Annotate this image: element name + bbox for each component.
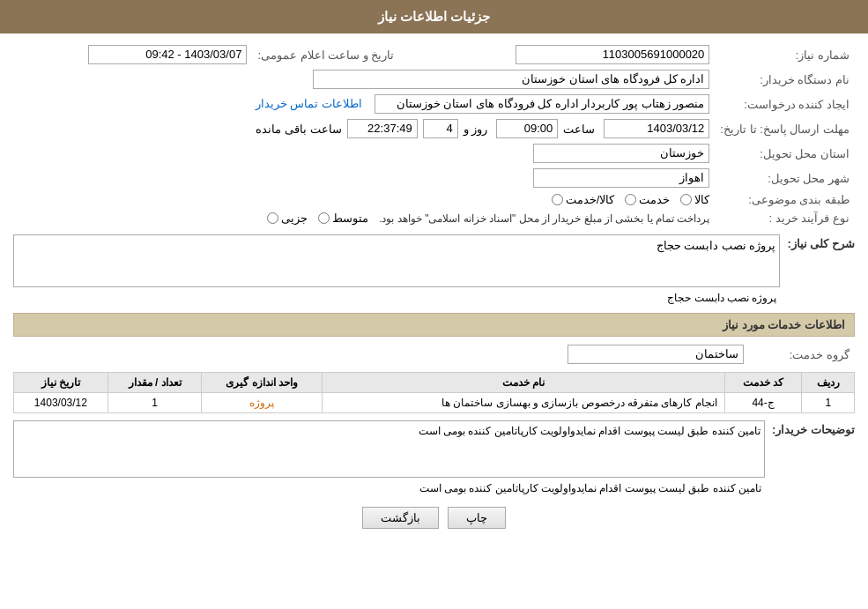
- mohlat-label: مهلت ارسال پاسخ: تا تاریخ:: [715, 116, 855, 141]
- shahr-box: اهواز: [533, 168, 709, 188]
- mohlat-saat-label: ساعت: [563, 123, 595, 136]
- mohlat-date-box: 1403/03/12: [604, 119, 709, 138]
- table-row: 1 ج-44 انجام کارهای متفرقه درخصوص بازساز…: [14, 393, 855, 413]
- radio-kala-khedmat: کالا/خدمت: [552, 193, 615, 206]
- ettelaat-tamas-link[interactable]: اطلاعات تماس خریدار: [256, 97, 362, 110]
- ijad-konande-label: ایجاد کننده درخواست:: [715, 92, 855, 116]
- tabaqe-row: کالا خدمت کالا/خدمت: [13, 190, 715, 209]
- gorohe-khedmat-label: گروه خدمت:: [749, 342, 855, 367]
- sharh-niaz-label: شرح کلی نیاز:: [787, 234, 855, 250]
- tarikh-elam-label: تاریخ و ساعت اعلام عمومی:: [252, 42, 399, 67]
- buttons-row: چاپ بازگشت: [13, 507, 855, 529]
- page-wrapper: جزئیات اطلاعات نیاز شماره نیاز: 11030056…: [0, 0, 868, 609]
- sharh-niaz-container: پروژه نصب دابست حجاج: [13, 234, 780, 306]
- cell-tarikh: 1403/03/12: [14, 393, 108, 413]
- col-tarikh: تاریخ نیاز: [14, 373, 108, 393]
- tousif-display: تامین کننده طبق لیست پیوست اقدام نمایدوا…: [13, 480, 765, 496]
- radio-kala-input[interactable]: [680, 194, 692, 205]
- sharh-niaz-display: پروژه نصب دابست حجاج: [13, 290, 780, 306]
- services-table: ردیف کد خدمت نام خدمت واحد اندازه گیری ت…: [13, 372, 855, 413]
- tarikh-elam-value: 1403/03/07 - 09:42: [13, 42, 252, 67]
- print-button[interactable]: چاپ: [448, 507, 506, 529]
- mohlat-roz-label: روز و: [464, 123, 488, 136]
- ijad-konande-value: منصور زهتاب پور کاربردار اداره کل فرودگا…: [13, 92, 715, 116]
- vahed-link[interactable]: پروژه: [249, 397, 274, 409]
- ostan-value: خوزستان: [13, 141, 715, 166]
- gorohe-khedmat-box: ساختمان: [568, 345, 744, 364]
- ijad-konande-box: منصور زهتاب پور کاربردار اداره کل فرودگا…: [375, 94, 709, 114]
- radio-kala-khedmat-input[interactable]: [552, 194, 563, 205]
- ostan-box: خوزستان: [533, 144, 709, 163]
- col-nam: نام خدمت: [323, 373, 725, 393]
- cell-tedad: 1: [108, 393, 202, 413]
- mohlat-saat-box: 09:00: [496, 119, 558, 138]
- sharh-niaz-textarea[interactable]: [13, 234, 780, 287]
- mottaset-label: متوسط: [332, 212, 368, 225]
- cell-nam: انجام کارهای متفرقه درخصوص بازسازی و بهس…: [323, 393, 725, 413]
- nove-label: نوع فرآیند خرید :: [715, 209, 855, 227]
- mohlat-countdown-box: 22:37:49: [347, 119, 418, 138]
- tousif-container: تامین کننده طبق لیست پیوست اقدام نمایدوا…: [13, 420, 765, 496]
- khadamat-section-title: اطلاعات خدمات مورد نیاز: [13, 313, 855, 337]
- shahr-value: اهواز: [13, 166, 715, 190]
- gorohe-khedmat-table: گروه خدمت: ساختمان: [13, 342, 855, 367]
- gorohe-khedmat-value: ساختمان: [13, 342, 749, 367]
- kala-label: کالا: [694, 193, 709, 206]
- shomara-niaz-value: 1103005691000020: [426, 42, 715, 67]
- tarikh-elam-box: 1403/03/07 - 09:42: [88, 45, 247, 64]
- main-info-table: شماره نیاز: 1103005691000020 تاریخ و ساع…: [13, 42, 855, 227]
- mohlat-roz-box: 4: [423, 119, 458, 138]
- col-kod: کد خدمت: [724, 373, 802, 393]
- shomara-niaz-box: 1103005691000020: [516, 45, 709, 64]
- back-button[interactable]: بازگشت: [362, 507, 439, 529]
- tabaqe-label: طبقه بندی موضوعی:: [715, 190, 855, 209]
- col-vahed: واحد اندازه گیری: [202, 373, 323, 393]
- mohlat-row: 1403/03/12 ساعت 09:00 روز و 4 22:37:49: [13, 116, 715, 141]
- col-tedad: تعداد / مقدار: [108, 373, 202, 393]
- nove-note: پرداخت تمام یا بخشی از مبلغ خریدار از مح…: [379, 212, 709, 225]
- nam-dastgah-box: اداره کل فرودگاه های استان خوزستان: [313, 70, 709, 89]
- radio-mottaset-input[interactable]: [318, 212, 330, 224]
- nam-dastgah-label: نام دستگاه خریدار:: [715, 67, 855, 92]
- radio-mottaset: متوسط: [318, 212, 368, 225]
- radio-jozee: جزیی: [267, 212, 308, 225]
- tousif-label: توضیحات خریدار:: [772, 420, 855, 436]
- tousif-textarea[interactable]: [13, 420, 765, 478]
- jozee-label: جزیی: [281, 212, 308, 225]
- shomara-niaz-label: شماره نیاز:: [715, 42, 855, 67]
- mohlat-baki-label: ساعت باقی مانده: [256, 123, 341, 136]
- shahr-label: شهر محل تحویل:: [715, 166, 855, 190]
- cell-kod: ج-44: [724, 393, 802, 413]
- nove-row: پرداخت تمام یا بخشی از مبلغ خریدار از مح…: [13, 209, 715, 227]
- sharh-niaz-section: شرح کلی نیاز: پروژه نصب دابست حجاج: [13, 234, 855, 306]
- ostan-label: استان محل تحویل:: [715, 141, 855, 166]
- content-area: شماره نیاز: 1103005691000020 تاریخ و ساع…: [0, 33, 868, 546]
- khedmat-label: خدمت: [639, 193, 670, 206]
- radio-jozee-input[interactable]: [267, 212, 278, 224]
- col-radif: ردیف: [802, 373, 855, 393]
- nam-dastgah-value: اداره کل فرودگاه های استان خوزستان: [13, 67, 715, 92]
- radio-kala: کالا: [680, 193, 709, 206]
- kala-khedmat-label: کالا/خدمت: [566, 193, 615, 206]
- radio-khedmat: خدمت: [625, 193, 670, 206]
- page-title: جزئیات اطلاعات نیاز: [378, 9, 490, 24]
- page-header: جزئیات اطلاعات نیاز: [0, 0, 868, 33]
- cell-radif: 1: [802, 393, 855, 413]
- cell-vahed: پروژه: [202, 393, 323, 413]
- tousif-section: توضیحات خریدار: تامین کننده طبق لیست پیو…: [13, 420, 855, 496]
- radio-khedmat-input[interactable]: [625, 194, 636, 205]
